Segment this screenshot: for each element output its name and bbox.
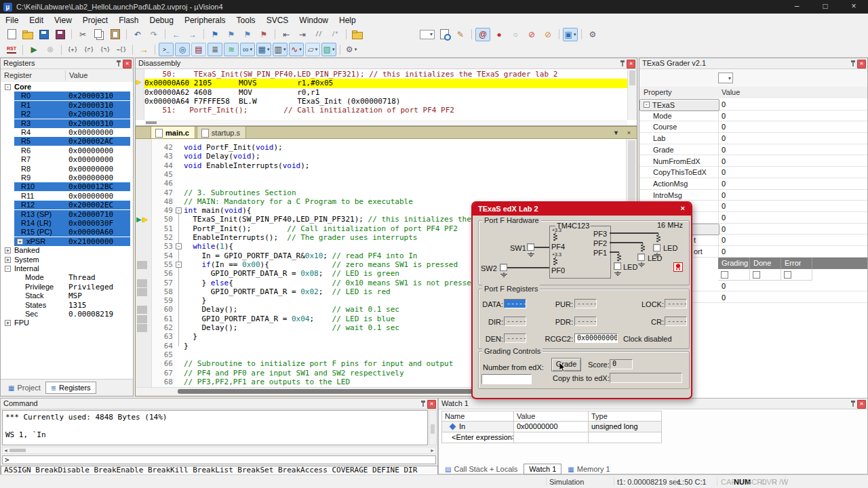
register-row-r12[interactable]: R120x200002EC (1, 201, 133, 209)
copy-to-edx-field[interactable] (610, 373, 682, 383)
code-line-57[interactable]: } else{ // 0x10 means SW1 is not pressed (184, 279, 476, 287)
scroll-right-icon[interactable]: ► (430, 448, 435, 453)
tab-startup-s[interactable]: startup.s (197, 126, 246, 138)
indent-right-icon[interactable]: ⇥ (295, 28, 310, 41)
menu-help[interactable]: Help (334, 16, 361, 25)
new-file-icon[interactable] (4, 28, 19, 41)
disassembly-line[interactable]: 50: TExaS_Init(SW_PIN_PF40,LED_PIN_PF321… (144, 70, 627, 79)
disassembly-line[interactable]: 0x00000A64 F7FFFE58 BL.W TExaS_Init (0x0… (144, 97, 627, 106)
disable-all-breakpoints-icon[interactable]: ⊘ (540, 28, 555, 41)
register-row-r4[interactable]: R40x00000000 (1, 128, 133, 137)
field-data[interactable]: ------ (504, 299, 526, 308)
fold-collapse-icon[interactable]: - (176, 262, 182, 268)
stop-icon[interactable]: ⊗ (43, 43, 58, 56)
kill-all-breakpoints-icon[interactable]: ⊘ (524, 28, 539, 41)
disassembly-horizontal-scrollbar[interactable] (144, 120, 627, 125)
disassembly-vertical-scrollbar[interactable] (627, 69, 637, 120)
analysis-window-icon[interactable]: ∿▾ (289, 43, 304, 56)
pin-icon[interactable] (850, 401, 856, 407)
comment-icon[interactable]: // (311, 28, 326, 41)
grader-combo[interactable]: ▾ (718, 73, 733, 83)
expand-icon[interactable]: - (5, 266, 11, 272)
close-icon[interactable]: × (857, 400, 866, 409)
close-icon[interactable]: × (857, 60, 866, 68)
redo-icon[interactable]: ↷ (146, 28, 161, 41)
watch-row[interactable]: <Enter expression> (441, 432, 662, 443)
grading-checkbox[interactable] (784, 271, 791, 279)
code-line-67[interactable]: // PF4 and PF0 are input SW1 and SW2 res… (184, 369, 404, 378)
field-lock[interactable]: ------- (665, 299, 687, 308)
register-row-mode[interactable]: ModeThread (1, 273, 133, 282)
code-line-63[interactable]: } (184, 332, 197, 341)
registers-window-icon[interactable]: ≣ (208, 43, 222, 56)
menu-view[interactable]: View (49, 16, 77, 25)
code-line-52[interactable]: EnableInterrupts(); // The grader uses i… (184, 233, 417, 242)
disassembly-line[interactable]: 0x00000A62 4608 MOV r0,r1 (144, 88, 627, 97)
tab-memory-1[interactable]: ▦Memory 1 (563, 464, 614, 474)
field-dir[interactable]: ------- (504, 317, 526, 326)
expand-icon[interactable]: + (5, 320, 11, 326)
register-row-r9[interactable]: R90x00000000 (1, 174, 133, 182)
watch-column-value[interactable]: Value (514, 411, 589, 422)
show-next-statement-icon[interactable]: → (136, 43, 151, 56)
code-line-64[interactable]: } (184, 342, 189, 350)
menu-debug[interactable]: Debug (144, 16, 179, 25)
command-vertical-scrollbar[interactable] (429, 410, 437, 445)
menu-file[interactable]: File (0, 16, 24, 25)
register-row-internal[interactable]: -Internal (1, 264, 133, 273)
start-stop-debug-icon[interactable]: @ (475, 28, 490, 41)
fold-collapse-icon[interactable]: - (176, 207, 182, 214)
code-line-48[interactable]: // MAIN: Mandatory for a C Program to be… (184, 197, 413, 206)
register-row-xpsr[interactable]: +xPSR0x21000000 (1, 237, 133, 246)
dialog-titlebar[interactable]: TExaS edX Lab 2 × (473, 203, 691, 216)
code-line-55[interactable]: if(In == 0x00){ // zero means SW1 is pre… (184, 260, 458, 269)
dialog-close-icon[interactable]: × (681, 204, 685, 212)
toggle-breakpoint-icon[interactable]: ○ (508, 28, 523, 41)
register-row-privilege[interactable]: PrivilegePrivileged (1, 283, 133, 291)
field-pdr[interactable]: ------- (574, 317, 597, 326)
fold-collapse-icon[interactable]: - (176, 243, 182, 249)
tab-project[interactable]: ▦Project (3, 382, 45, 393)
pin-icon[interactable] (420, 401, 426, 407)
tab-registers[interactable]: ≣Registers (45, 382, 96, 394)
code-line-42[interactable]: void PortF_Init(void); (184, 143, 283, 152)
led-pf3-indicator[interactable] (653, 244, 660, 251)
memory-window-icon[interactable]: ▦▾ (256, 43, 271, 56)
watch-value-cell[interactable] (514, 432, 589, 443)
close-icon[interactable]: × (123, 60, 132, 68)
number-from-edx-input[interactable] (481, 374, 532, 384)
navigate-forward-icon[interactable]: → (185, 28, 200, 41)
code-line-66[interactable]: // Subroutine to initialize port F pins … (184, 359, 453, 368)
field-den[interactable]: ------- (504, 333, 526, 343)
code-line-47[interactable]: // 3. Subroutines Section (184, 188, 296, 197)
indent-left-icon[interactable]: ⇤ (279, 28, 294, 41)
register-row-r0[interactable]: R00x20000310 (1, 92, 133, 100)
menu-edit[interactable]: Edit (24, 16, 49, 25)
expand-icon[interactable]: + (5, 247, 11, 253)
code-line-51[interactable]: PortF_Init(); // Call initialization of … (184, 224, 458, 233)
watch-name-cell[interactable]: <Enter expression> (441, 432, 514, 443)
watch-name-cell[interactable]: In (441, 422, 514, 432)
register-row-fpu[interactable]: +FPU (1, 319, 133, 327)
register-row-r10[interactable]: R100x000012BC (1, 182, 133, 191)
register-row-banked[interactable]: +Banked (1, 246, 133, 255)
cut-icon[interactable]: ✂ (75, 28, 90, 41)
command-keyword-ribbon[interactable]: ASSIGN BreakDisable BreakEnable BreakKil… (1, 466, 438, 475)
expand-icon[interactable]: - (644, 102, 650, 108)
insert-breakpoint-icon[interactable]: ● (492, 28, 507, 41)
register-row-r15-pc-[interactable]: R15 (PC)0x00000A60 (1, 228, 133, 237)
register-row-r7[interactable]: R70x00000000 (1, 155, 133, 164)
command-input[interactable]: > (2, 455, 436, 464)
save-all-icon[interactable] (53, 28, 68, 41)
expand-icon[interactable]: - (5, 84, 11, 90)
code-line-53[interactable]: while(1){ (184, 242, 233, 251)
grader-row-course[interactable]: Course0 (639, 121, 867, 133)
field-cr[interactable]: ------- (665, 317, 687, 326)
run-to-cursor-icon[interactable]: →{} (114, 43, 129, 56)
run-icon[interactable]: ▶ (26, 43, 41, 56)
navigate-pen-icon[interactable]: ✎ (453, 28, 468, 41)
code-line-49[interactable]: int main(void){ (184, 206, 251, 215)
toolbar-combo-icon[interactable]: ▾ (419, 28, 435, 41)
trace-window-icon[interactable]: ▱▾ (305, 43, 320, 56)
close-icon[interactable]: × (427, 400, 436, 409)
